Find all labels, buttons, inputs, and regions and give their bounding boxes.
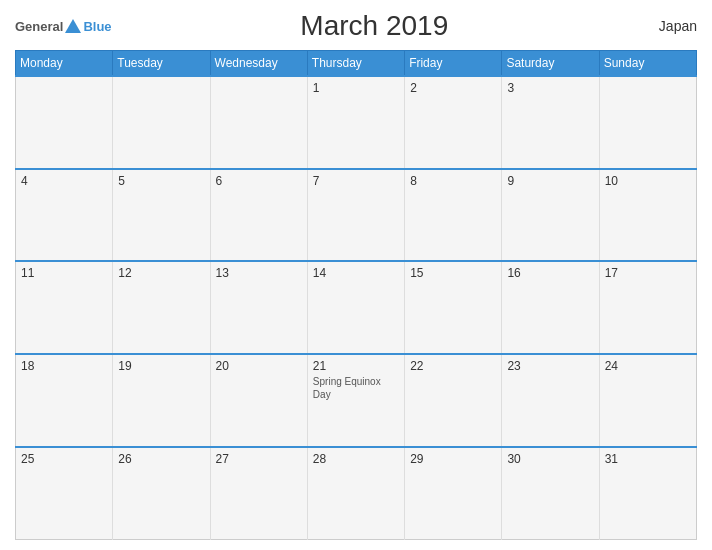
weekday-thursday: Thursday xyxy=(307,51,404,77)
calendar-header: MondayTuesdayWednesdayThursdayFridaySatu… xyxy=(16,51,697,77)
calendar-week-5: 25262728293031 xyxy=(16,447,697,540)
day-number: 5 xyxy=(118,174,204,188)
calendar-cell: 27 xyxy=(210,447,307,540)
day-number: 2 xyxy=(410,81,496,95)
day-number: 14 xyxy=(313,266,399,280)
day-number: 21 xyxy=(313,359,399,373)
day-number: 27 xyxy=(216,452,302,466)
day-number: 1 xyxy=(313,81,399,95)
weekday-friday: Friday xyxy=(405,51,502,77)
calendar-cell: 10 xyxy=(599,169,696,262)
calendar-cell: 23 xyxy=(502,354,599,447)
calendar-cell: 22 xyxy=(405,354,502,447)
day-number: 22 xyxy=(410,359,496,373)
weekday-tuesday: Tuesday xyxy=(113,51,210,77)
calendar-cell: 12 xyxy=(113,261,210,354)
day-number: 9 xyxy=(507,174,593,188)
day-number: 18 xyxy=(21,359,107,373)
weekday-monday: Monday xyxy=(16,51,113,77)
calendar-cell: 21Spring Equinox Day xyxy=(307,354,404,447)
calendar-cell: 7 xyxy=(307,169,404,262)
calendar-cell: 15 xyxy=(405,261,502,354)
calendar-cell xyxy=(113,76,210,169)
day-number: 19 xyxy=(118,359,204,373)
day-number: 24 xyxy=(605,359,691,373)
calendar-cell: 26 xyxy=(113,447,210,540)
calendar-cell: 8 xyxy=(405,169,502,262)
calendar-cell: 30 xyxy=(502,447,599,540)
calendar-cell: 31 xyxy=(599,447,696,540)
day-number: 23 xyxy=(507,359,593,373)
calendar-cell xyxy=(599,76,696,169)
calendar-cell: 5 xyxy=(113,169,210,262)
calendar-cell: 20 xyxy=(210,354,307,447)
calendar-cell: 2 xyxy=(405,76,502,169)
logo-triangle-icon xyxy=(65,19,81,33)
calendar-week-4: 18192021Spring Equinox Day222324 xyxy=(16,354,697,447)
logo: General Blue xyxy=(15,19,112,34)
day-number: 3 xyxy=(507,81,593,95)
calendar-cell: 24 xyxy=(599,354,696,447)
day-number: 10 xyxy=(605,174,691,188)
day-number: 12 xyxy=(118,266,204,280)
day-number: 30 xyxy=(507,452,593,466)
logo-general-text: General xyxy=(15,19,63,34)
calendar-cell: 4 xyxy=(16,169,113,262)
header: General Blue March 2019 Japan xyxy=(15,10,697,42)
calendar-cell: 25 xyxy=(16,447,113,540)
holiday-name: Spring Equinox Day xyxy=(313,375,399,401)
calendar-cell: 6 xyxy=(210,169,307,262)
weekday-header-row: MondayTuesdayWednesdayThursdayFridaySatu… xyxy=(16,51,697,77)
calendar-cell: 3 xyxy=(502,76,599,169)
day-number: 31 xyxy=(605,452,691,466)
day-number: 8 xyxy=(410,174,496,188)
calendar-cell: 16 xyxy=(502,261,599,354)
day-number: 16 xyxy=(507,266,593,280)
calendar-cell: 1 xyxy=(307,76,404,169)
calendar-cell: 18 xyxy=(16,354,113,447)
calendar-table: MondayTuesdayWednesdayThursdayFridaySatu… xyxy=(15,50,697,540)
calendar-cell: 28 xyxy=(307,447,404,540)
calendar-cell xyxy=(210,76,307,169)
day-number: 4 xyxy=(21,174,107,188)
logo-blue-text: Blue xyxy=(83,19,111,34)
day-number: 20 xyxy=(216,359,302,373)
calendar-page: General Blue March 2019 Japan MondayTues… xyxy=(0,0,712,550)
calendar-cell: 17 xyxy=(599,261,696,354)
calendar-week-2: 45678910 xyxy=(16,169,697,262)
day-number: 6 xyxy=(216,174,302,188)
calendar-body: 123456789101112131415161718192021Spring … xyxy=(16,76,697,540)
day-number: 28 xyxy=(313,452,399,466)
day-number: 29 xyxy=(410,452,496,466)
calendar-cell: 13 xyxy=(210,261,307,354)
calendar-title: March 2019 xyxy=(112,10,637,42)
day-number: 13 xyxy=(216,266,302,280)
day-number: 15 xyxy=(410,266,496,280)
calendar-cell xyxy=(16,76,113,169)
calendar-cell: 29 xyxy=(405,447,502,540)
weekday-sunday: Sunday xyxy=(599,51,696,77)
calendar-cell: 11 xyxy=(16,261,113,354)
weekday-saturday: Saturday xyxy=(502,51,599,77)
calendar-week-1: 123 xyxy=(16,76,697,169)
calendar-week-3: 11121314151617 xyxy=(16,261,697,354)
day-number: 26 xyxy=(118,452,204,466)
day-number: 11 xyxy=(21,266,107,280)
weekday-wednesday: Wednesday xyxy=(210,51,307,77)
day-number: 17 xyxy=(605,266,691,280)
calendar-cell: 14 xyxy=(307,261,404,354)
day-number: 7 xyxy=(313,174,399,188)
calendar-cell: 9 xyxy=(502,169,599,262)
calendar-cell: 19 xyxy=(113,354,210,447)
country-label: Japan xyxy=(637,18,697,34)
day-number: 25 xyxy=(21,452,107,466)
